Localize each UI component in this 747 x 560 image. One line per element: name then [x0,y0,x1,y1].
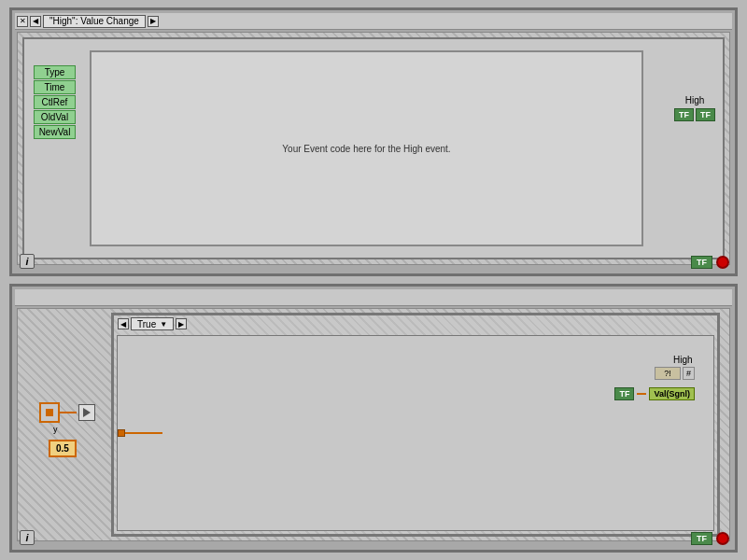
arrow-left-icon[interactable]: ◀ [30,16,41,27]
top-panel: ✕ ◀ "High": Value Change ▶ Type Time Ctl… [9,7,738,276]
data-ctlref: CtlRef [34,95,76,109]
info-icon-bottom[interactable]: i [20,530,35,545]
tf-button-right[interactable]: TF [696,108,715,121]
high-num-display: ?! [655,367,681,380]
stop-button-bottom[interactable] [716,532,729,545]
wire-to-val [637,393,646,395]
bottom-panel-title-bar [15,289,732,306]
high-value-area: High ?! # [655,355,695,380]
bottom-right-controls-top: TF [691,256,729,269]
diagram-frame: ◀ True ▼ ▶ High [111,313,720,537]
title-frame: "High": Value Change [43,15,146,28]
wire-horizontal-1 [125,432,162,434]
close-icon[interactable]: ✕ [17,16,28,27]
diagram-arrow-right[interactable]: ▶ [176,318,187,329]
arrow-block [78,404,95,421]
data-cluster: Type Time CtlRef OldVal NewVal [34,65,76,139]
tf-button-left[interactable]: TF [674,108,694,121]
y-label: y [53,425,58,434]
left-terminal [118,429,125,437]
high-controls: High TF TF [674,95,715,121]
run-tf-button-top[interactable]: TF [691,256,712,269]
cluster-node [35,402,100,423]
event-placeholder: Your Event code here for the High event. [278,140,454,158]
stop-button-top[interactable] [716,256,729,269]
diagram-title-bar: ◀ True ▼ ▶ [114,315,717,332]
left-diagram-elements: y 0.5 [25,309,109,540]
info-icon-top[interactable]: i [20,254,35,269]
diagram-arrow-left[interactable]: ◀ [118,318,129,329]
top-panel-title: "High": Value Change [49,16,139,26]
hash-display: # [683,367,695,380]
high-label: High [685,95,705,105]
func-tf-box[interactable]: TF [614,387,634,400]
high-val-label: High [673,355,693,365]
true-dropdown[interactable]: True ▼ [131,317,174,330]
data-newval: NewVal [34,125,76,139]
val-sgnl-area: TF Val(Sgnl) [614,387,695,400]
arrow-right-icon[interactable]: ▶ [148,16,159,27]
bottom-panel: y 0.5 ◀ True ▼ ▶ [9,284,738,553]
bottom-right-controls-bottom: TF [691,532,729,545]
top-panel-title-bar: ✕ ◀ "High": Value Change ▶ [15,13,732,30]
run-tf-button-bottom[interactable]: TF [691,532,712,545]
data-type: Type [34,65,76,79]
cluster-box-icon [39,402,60,423]
const-value-display: 0.5 [49,440,77,457]
event-code-area: Your Event code here for the High event. [90,50,643,246]
data-time: Time [34,80,76,94]
data-oldval: OldVal [34,110,76,124]
val-sgnl-label: Val(Sgnl) [649,387,695,400]
